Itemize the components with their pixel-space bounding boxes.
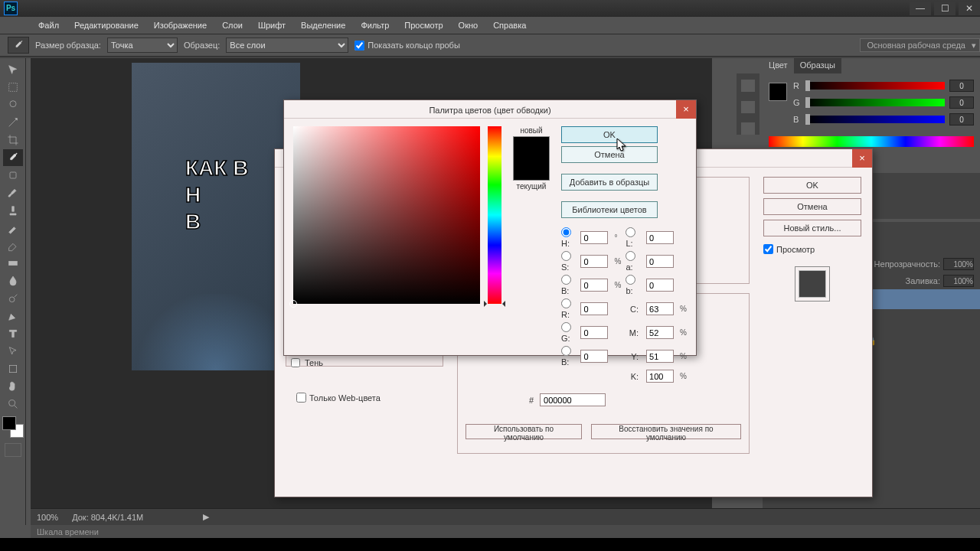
lab-a-radio[interactable] bbox=[626, 251, 635, 261]
minimize-button[interactable]: — bbox=[910, 2, 931, 15]
move-tool[interactable] bbox=[3, 61, 23, 78]
hsb-s-radio[interactable] bbox=[561, 251, 571, 261]
blur-tool[interactable] bbox=[3, 272, 23, 289]
hsb-b-input[interactable] bbox=[580, 279, 608, 292]
reset-defaults-button[interactable]: Восстановить значения по умолчанию bbox=[591, 424, 741, 439]
eyedropper-tool[interactable] bbox=[3, 149, 23, 166]
dodge-tool[interactable] bbox=[3, 290, 23, 307]
timeline-panel[interactable]: Шкала времени bbox=[31, 525, 980, 538]
hsb-s-input[interactable] bbox=[580, 255, 608, 268]
menu-window[interactable]: Окно bbox=[451, 21, 486, 30]
spectrum-ramp[interactable] bbox=[769, 136, 974, 147]
close-icon[interactable]: × bbox=[852, 149, 872, 168]
lab-b-input[interactable] bbox=[646, 279, 674, 292]
show-ring-checkbox[interactable] bbox=[354, 41, 364, 51]
hsb-h-input[interactable] bbox=[580, 231, 608, 244]
shape-tool[interactable] bbox=[3, 360, 23, 377]
use-defaults-button[interactable]: Использовать по умолчанию bbox=[466, 424, 582, 439]
rgb-r-radio[interactable] bbox=[561, 298, 571, 308]
menu-layer[interactable]: Слои bbox=[214, 21, 250, 30]
lab-b-radio[interactable] bbox=[626, 275, 635, 285]
hsb-h-radio[interactable] bbox=[561, 227, 571, 237]
hue-slider[interactable] bbox=[488, 126, 501, 304]
menu-file[interactable]: Файл bbox=[31, 21, 67, 30]
gradient-tool[interactable] bbox=[3, 255, 23, 272]
ls-ok-button[interactable]: OK bbox=[763, 177, 861, 194]
r-input[interactable] bbox=[949, 80, 974, 92]
fill-input[interactable] bbox=[943, 275, 974, 287]
hex-input[interactable] bbox=[540, 393, 606, 406]
marquee-tool[interactable] bbox=[3, 79, 23, 96]
menu-filter[interactable]: Фильтр bbox=[353, 21, 397, 30]
menu-type[interactable]: Шрифт bbox=[250, 21, 293, 30]
hsb-b-radio[interactable] bbox=[561, 275, 571, 285]
ls-newstyle-button[interactable]: Новый стиль... bbox=[763, 220, 861, 236]
lasso-tool[interactable] bbox=[3, 96, 23, 113]
rgb-g-input[interactable] bbox=[580, 326, 608, 339]
foreground-swatch[interactable] bbox=[769, 83, 787, 101]
cmyk-y-input[interactable] bbox=[646, 350, 674, 363]
b-input[interactable] bbox=[949, 113, 974, 126]
menu-view[interactable]: Просмотр bbox=[397, 21, 450, 30]
cp-ok-button[interactable]: OK bbox=[561, 126, 658, 143]
menubar: Файл Редактирование Изображение Слои Шри… bbox=[0, 17, 980, 34]
maximize-button[interactable]: ☐ bbox=[934, 2, 956, 15]
sample-from-select[interactable]: Все слои bbox=[226, 37, 348, 53]
workspace-switcher[interactable]: Основная рабочая среда bbox=[860, 38, 980, 52]
wand-tool[interactable] bbox=[3, 114, 23, 131]
zoom-tool[interactable] bbox=[3, 396, 23, 412]
rgb-g-radio[interactable] bbox=[561, 322, 571, 332]
rgb-r-input[interactable] bbox=[580, 302, 608, 315]
color-swatches[interactable] bbox=[2, 416, 24, 438]
play-icon[interactable]: ▶ bbox=[203, 512, 209, 522]
lab-a-input[interactable] bbox=[646, 255, 674, 268]
lab-l-radio[interactable] bbox=[626, 227, 635, 237]
zoom-level[interactable]: 100% bbox=[37, 513, 58, 522]
close-button[interactable]: ✕ bbox=[959, 2, 980, 15]
crop-tool[interactable] bbox=[3, 132, 23, 148]
color-field[interactable] bbox=[293, 126, 480, 304]
menu-edit[interactable]: Редактирование bbox=[67, 21, 146, 30]
hand-tool[interactable] bbox=[3, 378, 23, 395]
ls-preview-checkbox[interactable] bbox=[763, 244, 773, 254]
sample-size-select[interactable]: Точка bbox=[107, 37, 178, 53]
path-select-tool[interactable] bbox=[3, 343, 23, 360]
ls-preview-label: Просмотр bbox=[776, 245, 815, 254]
rgb-b-input[interactable] bbox=[580, 350, 608, 363]
tab-swatches[interactable]: Образцы bbox=[794, 58, 841, 73]
tab-color[interactable]: Цвет bbox=[763, 58, 794, 73]
brush-tool[interactable] bbox=[3, 184, 23, 201]
panel-dock[interactable] bbox=[737, 73, 760, 135]
type-tool[interactable] bbox=[3, 325, 23, 342]
r-slider[interactable] bbox=[805, 82, 945, 90]
quickmask-toggle[interactable] bbox=[5, 443, 21, 457]
pen-tool[interactable] bbox=[3, 308, 23, 324]
web-colors-checkbox[interactable] bbox=[296, 393, 306, 403]
rgb-b-radio[interactable] bbox=[561, 346, 571, 356]
new-current-swatch[interactable] bbox=[513, 136, 550, 181]
menu-image[interactable]: Изображение bbox=[146, 21, 214, 30]
opacity-input[interactable] bbox=[943, 258, 974, 270]
close-icon[interactable]: × bbox=[676, 100, 696, 119]
cmyk-c-input[interactable] bbox=[646, 302, 674, 315]
stamp-tool[interactable] bbox=[3, 202, 23, 219]
g-slider[interactable] bbox=[805, 99, 945, 106]
g-input[interactable] bbox=[949, 96, 974, 109]
eyedropper-icon bbox=[8, 37, 29, 54]
cmyk-m-input[interactable] bbox=[646, 326, 674, 339]
b-slider[interactable] bbox=[805, 116, 945, 123]
menu-help[interactable]: Справка bbox=[485, 21, 534, 30]
history-brush-tool[interactable] bbox=[3, 220, 23, 236]
cmyk-k-input[interactable] bbox=[646, 370, 674, 383]
cp-add-swatch-button[interactable]: Добавить в образцы bbox=[561, 174, 658, 191]
show-ring-label: Показать кольцо пробы bbox=[368, 41, 460, 50]
color-picker-titlebar[interactable]: Палитра цветов (цвет обводки)× bbox=[284, 100, 696, 119]
eraser-tool[interactable] bbox=[3, 237, 23, 254]
cp-cancel-button[interactable]: Отмена bbox=[561, 146, 658, 163]
heal-tool[interactable] bbox=[3, 167, 23, 184]
cp-color-libs-button[interactable]: Библиотеки цветов bbox=[561, 201, 658, 218]
svg-rect-3 bbox=[8, 261, 17, 265]
ls-cancel-button[interactable]: Отмена bbox=[763, 198, 861, 215]
menu-select[interactable]: Выделение bbox=[293, 21, 353, 30]
lab-l-input[interactable] bbox=[646, 231, 674, 244]
